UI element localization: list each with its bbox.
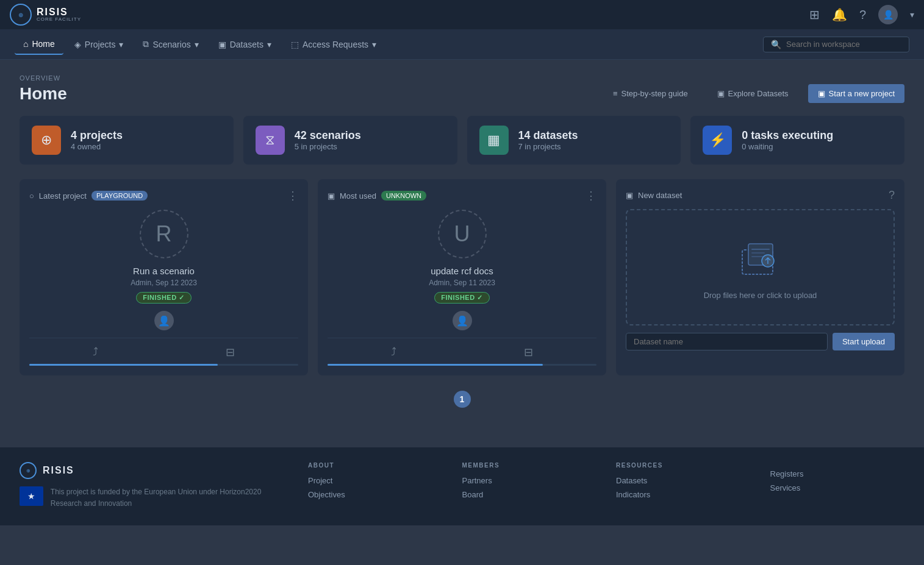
bell-icon[interactable]: 🔔 [832,7,847,22]
datasets-stat-sub: 7 in projects [518,142,578,151]
project-letter-u: U [438,210,487,258]
stats-row: ⊕ 4 projects 4 owned ⧖ 42 scenarios 5 in… [20,116,904,165]
most-used-menu-icon[interactable]: ⋮ [586,189,596,202]
upload-drop-text: Drop files here or click to upload [704,291,817,300]
access-icon: ⬚ [291,40,299,49]
project-date-0: Admin, Sep 12 2023 [29,279,298,287]
footer-about-col: ABOUT Project Objectives [308,462,443,511]
stat-scenarios: ⧖ 42 scenarios 5 in projects [243,116,457,165]
project-date-1: Admin, Sep 11 2023 [328,279,596,287]
search-input[interactable] [786,40,901,49]
new-dataset-icon: ▣ [626,191,633,200]
footer-logo: ⊕ RISIS [20,462,288,479]
nav-scenarios[interactable]: ⧉ Scenarios ▾ [134,34,207,54]
home-icon: ⌂ [23,39,28,49]
status-badge-1: FINISHED ✓ [434,292,489,304]
avatar[interactable]: 👤 [878,5,898,24]
datasets-arrow-icon: ▾ [267,40,271,49]
logo-text: RISIS CORE FACILITY [37,7,81,22]
scenarios-arrow-icon: ▾ [195,40,199,49]
overview-label: OVERVIEW [20,74,904,82]
footer-indicators-link[interactable]: Indicators [616,490,751,499]
scenarios-stat-main: 42 scenarios [295,129,361,142]
footer-datasets-link[interactable]: Datasets [616,476,751,485]
nav-access-requests[interactable]: ⬚ Access Requests ▾ [282,35,385,54]
projects-icon: ◈ [74,40,81,49]
footer-registers-link[interactable]: Registers [770,469,905,478]
scenarios-stat-icon: ⧖ [256,126,285,155]
stat-datasets: ▦ 14 datasets 7 in projects [467,116,681,165]
footer-board-link[interactable]: Board [462,490,597,499]
latest-project-badge: PLAYGROUND [91,191,148,201]
nav-home[interactable]: ⌂ Home [15,34,63,55]
guide-icon: ≡ [613,89,618,98]
latest-project-icon: ○ [29,191,34,201]
footer-about-title: ABOUT [308,462,443,469]
grid-icon[interactable]: ⊞ [809,7,820,22]
scenarios-icon: ⧉ [143,39,149,49]
latest-project-label: Latest project [39,191,87,201]
project-avatar-0: 👤 [154,311,174,330]
start-project-button[interactable]: ▣ Start a new project [808,84,904,103]
projects-stat-main: 4 projects [71,129,123,142]
new-dataset-widget: ▣ New dataset ? [616,179,904,375]
project-name-0: Run a scenario [29,266,298,276]
footer-services-col: Registers Services [770,462,905,511]
footer: ⊕ RISIS ★ This project is funded by the … [0,447,924,525]
footer-project-link[interactable]: Project [308,476,443,485]
main-content: OVERVIEW Home ≡ Step-by-step guide ▣ Exp… [0,60,924,423]
brand-name: RISIS [37,7,81,17]
stat-projects: ⊕ 4 projects 4 owned [20,116,234,165]
datasets-stat-icon: ▦ [479,126,509,155]
logo-icon: ⊕ [10,4,32,26]
nav-projects[interactable]: ◈ Projects ▾ [66,35,132,54]
project-progress-0 [29,364,298,366]
projects-arrow-icon: ▾ [119,40,123,49]
datasets-stat-main: 14 datasets [518,129,578,142]
tasks-stat-main: 0 tasks executing [742,129,833,142]
top-nav: ⊕ RISIS CORE FACILITY ⊞ 🔔 ? 👤 ▾ [0,0,924,29]
top-nav-icons: ⊞ 🔔 ? 👤 ▾ [809,5,914,24]
footer-members-col: MEMBERS Partners Board [462,462,597,511]
upload-area[interactable]: Drop files here or click to upload [626,209,895,325]
start-upload-button[interactable]: Start upload [833,333,895,350]
footer-description: This project is funded by the European U… [51,486,288,510]
avatar-dropdown-icon[interactable]: ▾ [910,10,914,20]
copy-icon[interactable]: ⊟ [226,346,235,359]
new-dataset-question-icon[interactable]: ? [889,189,895,202]
share-icon-1[interactable]: ⤴ [391,346,396,359]
nav-datasets[interactable]: ▣ Datasets ▾ [210,35,280,54]
footer-members-title: MEMBERS [462,462,597,469]
stat-tasks: ⚡ 0 tasks executing 0 waiting [690,116,904,165]
most-used-label: Most used [340,191,376,201]
share-icon[interactable]: ⤴ [93,346,98,359]
latest-project-menu-icon[interactable]: ⋮ [287,189,298,202]
page-number-badge: 1 [454,391,471,408]
project-letter-r: R [140,210,188,258]
step-guide-button[interactable]: ≡ Step-by-step guide [603,84,698,103]
explore-datasets-button[interactable]: ▣ Explore Datasets [707,84,798,103]
start-icon: ▣ [818,89,825,98]
footer-brand-col: ⊕ RISIS ★ This project is funded by the … [20,462,288,511]
project-progress-1 [328,364,596,366]
upload-illustration [736,235,785,283]
footer-partners-link[interactable]: Partners [462,476,597,485]
scenarios-stat-sub: 5 in projects [295,142,361,151]
footer-resources-col: RESOURCES Datasets Indicators [616,462,751,511]
footer-objectives-link[interactable]: Objectives [308,490,443,499]
tasks-stat-sub: 0 waiting [742,142,833,151]
status-badge-0: FINISHED ✓ [136,292,191,304]
footer-services-link[interactable]: Services [770,483,905,492]
project-avatar-1: 👤 [453,311,472,330]
footer-resources-title: RESOURCES [616,462,751,469]
search-box[interactable]: 🔍 [763,37,909,52]
widgets-row: ○ Latest project PLAYGROUND ⋮ R Run a sc… [20,179,904,375]
help-icon[interactable]: ? [859,8,866,22]
brand-sub: CORE FACILITY [37,17,81,22]
svg-rect-2 [751,249,770,250]
tasks-stat-icon: ⚡ [703,126,732,155]
copy-icon-1[interactable]: ⊟ [524,346,533,359]
new-dataset-label: New dataset [638,191,682,200]
most-used-badge: UNKNOWN [381,191,426,201]
dataset-name-input[interactable] [626,333,828,350]
